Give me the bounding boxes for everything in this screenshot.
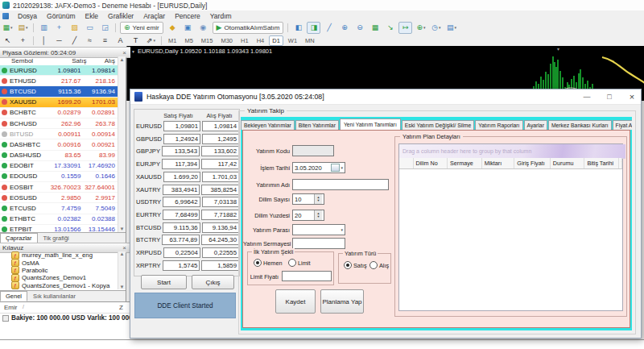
chevron-down-icon[interactable]: ▾ (26, 26, 28, 30)
timeframe-mn[interactable]: MN (302, 35, 318, 46)
timeframe-m30[interactable]: M30 (217, 35, 236, 46)
market-watch-row[interactable]: BTCUSD9115.369136.94 (0, 86, 118, 97)
market-watch-row[interactable]: XAUUSD1699.201701.03 (0, 98, 118, 108)
timeframe-d1[interactable]: D1 (269, 35, 283, 46)
trendline-icon[interactable]: ╱ (68, 35, 81, 47)
candlestick-chart-icon[interactable]: ◨ (307, 22, 320, 34)
kaydet-button[interactable]: Kaydet (275, 289, 316, 314)
market-watch-row[interactable]: ETHUSD217.67218.16 (0, 76, 118, 86)
tab-genel[interactable]: Genel (0, 291, 27, 301)
grid-column-giri-fiyat[interactable]: Giriş Fiyatı (514, 158, 551, 168)
terminal-window-icon[interactable]: ▭ (83, 22, 97, 34)
market-watch-row[interactable]: EURUSD1.098011.09814 (0, 65, 118, 76)
cursor-icon[interactable]: ↖ (1, 35, 14, 47)
new-order-button[interactable]: ⊕Yeni emir (120, 22, 163, 34)
timeframe-w1[interactable]: W1 (285, 35, 300, 46)
templates-icon[interactable]: ▤▾ (444, 22, 458, 34)
timeframe-m5[interactable]: M5 (181, 35, 196, 46)
timeframe-m15[interactable]: M15 (198, 35, 217, 46)
navigator-item[interactable]: ƒmurrey_math_line_x_eng (0, 251, 118, 259)
timeframe-m1[interactable]: M1 (165, 35, 180, 46)
market-watch-row[interactable]: EOSUSD2.98502.9917 (0, 193, 118, 203)
line-chart-icon[interactable]: ╱ (322, 22, 336, 34)
tab-eski-yat-r-m-de-i-ikl-silme[interactable]: Eski Yatırım Değişikl/ Silme (402, 120, 474, 130)
navigator-item[interactable]: ƒParabolic (0, 267, 118, 274)
chevron-down-icon[interactable]: ▾ (154, 39, 156, 43)
scroll-down-icon[interactable]: ▼ (118, 226, 126, 231)
terminal-column-header[interactable]: Emir / Z (0, 304, 130, 314)
vertical-line-icon[interactable]: │ (37, 35, 51, 47)
chevron-down-icon[interactable]: ▾ (341, 227, 343, 232)
column-emir[interactable]: Emir (4, 304, 17, 311)
market-watch-row[interactable]: ETHBTC0.023820.02388 (0, 214, 118, 225)
market-watch-row[interactable]: BCHBTC0.028790.02891 (0, 108, 118, 118)
menu-item-ara-lar[interactable]: Araçlar (138, 12, 170, 20)
navigator-item[interactable]: ƒQuantsZones_Demov1 (0, 274, 118, 281)
chart-system-menu-icon[interactable] (2, 13, 9, 19)
start-button[interactable]: Start (141, 275, 187, 289)
yatirim-kodu-field[interactable] (292, 145, 334, 156)
zoom-in-icon[interactable]: ⊕ (337, 22, 351, 34)
islem-tarihi-datepicker[interactable]: 3.05.2020 ▾ (292, 162, 345, 173)
text-icon[interactable]: A (114, 35, 127, 47)
market-watch-row[interactable]: BITUSD0.009110.00914 (0, 129, 118, 139)
limit-radio[interactable]: Limit (287, 259, 310, 267)
grid-column-biti-tarihi[interactable]: Bitiş Tarihi (584, 158, 619, 168)
yatirim-parasi-combo[interactable]: ▾ (292, 224, 345, 235)
autotrade-button[interactable]: ▶OtomatikAlımSatım (213, 22, 284, 34)
hemen-radio[interactable]: Hemen (252, 259, 283, 267)
chevron-down-icon[interactable]: ▾ (423, 26, 426, 30)
grid-column-tarih[interactable]: Tarih (619, 158, 622, 168)
crosshair-icon[interactable]: + (16, 35, 30, 47)
chevron-down-icon[interactable]: ▾ (439, 26, 441, 30)
text-label-icon[interactable]: T (129, 35, 142, 47)
tab-biten-yat-r-mlar[interactable]: Biten Yatırımlar (295, 120, 339, 130)
navigator-item[interactable]: ƒOsMA (0, 259, 118, 266)
menu-item-pencere[interactable]: Pencere (170, 12, 205, 20)
strategy-tester-icon[interactable]: ◲ (98, 22, 112, 34)
data-window-icon[interactable]: + (52, 22, 66, 34)
close-button[interactable]: × (622, 89, 642, 103)
market-watch-row[interactable]: EOSBIT326.70023327.64001 (0, 182, 118, 193)
tab-bekleyen-yat-r-mlar[interactable]: Bekleyen Yatırımlar (241, 120, 295, 130)
yatirim-sermayesi-field[interactable] (292, 238, 345, 249)
scroll-up-icon[interactable]: ▲ (118, 57, 126, 62)
tab-yat-r-m-raporlar[interactable]: Yatırım Raporları (475, 120, 522, 130)
dilim-sayisi-stepper[interactable]: 10 ▲▼ (292, 193, 324, 205)
tab-ayarlar[interactable]: Ayarlar (524, 120, 547, 130)
close-icon[interactable]: × (121, 244, 128, 251)
zoom-out-icon[interactable]: ⊖ (353, 22, 366, 34)
market-watch-scrollbar[interactable]: ▲▼ (118, 56, 126, 232)
alis-radio[interactable]: Alış (368, 261, 389, 269)
column-zaman[interactable]: Z (119, 304, 123, 311)
auto-scroll-icon[interactable]: ↘ (383, 22, 397, 34)
menu-item-ekle[interactable]: Ekle (80, 12, 104, 20)
fibonacci-icon[interactable]: ≡ (98, 35, 112, 47)
market-watch-icon[interactable]: ▥ (37, 22, 51, 34)
timeframe-h1[interactable]: H1 (237, 35, 252, 46)
indicators-icon[interactable]: ⊕▾ (414, 22, 427, 34)
timeframe-h4[interactable]: H4 (254, 35, 268, 46)
navigator-scrollbar[interactable]: ▲▼ (118, 251, 126, 289)
spinner-arrows-icon[interactable]: ▲▼ (314, 194, 322, 204)
limit-fiyati-field[interactable] (282, 271, 332, 281)
tab-yeni-yat-r-m-tan-mlar[interactable]: Yeni Yatırım Tanımları (340, 118, 401, 130)
market-watch-row[interactable]: EDOBIT17.3309117.46920 (0, 161, 118, 172)
periods-icon[interactable]: ◷▾ (429, 22, 443, 34)
market-watch-row[interactable]: BCHUSD262.96263.78 (0, 118, 118, 129)
metaeditor-icon[interactable]: ▣ (181, 22, 195, 34)
tab-fiyat-alarm[interactable]: Fiyat Alarmı (613, 120, 632, 130)
menu-item-grafikler[interactable]: Grafikler (103, 12, 138, 20)
market-watch-row[interactable]: ETCUSD7.47597.5049 (0, 203, 118, 214)
market-watch-row[interactable]: EDOUSD0.15590.1646 (0, 172, 118, 182)
minimize-button[interactable]: — (577, 89, 597, 103)
market-watch-row[interactable]: DASHBTC0.009160.00921 (0, 139, 118, 150)
navigator-item[interactable]: ƒQuantsZones_Demov1 - Kopya (0, 282, 118, 289)
scroll-down-icon[interactable]: ▼ (118, 285, 126, 289)
dilim-yuzdesi-stepper[interactable]: 20 ▲▼ (292, 210, 324, 221)
tile-windows-icon[interactable]: ▦ (368, 22, 382, 34)
arrows-icon[interactable]: ⇗▾ (144, 35, 158, 47)
dialog-titlebar[interactable]: Haskaya DDE Yatırım Otomasyonu [3.05.202… (130, 89, 641, 105)
grid-group-by-bar[interactable]: Drag a column header here to group by th… (399, 144, 625, 159)
spinner-arrows-icon[interactable]: ▲▼ (314, 210, 322, 220)
